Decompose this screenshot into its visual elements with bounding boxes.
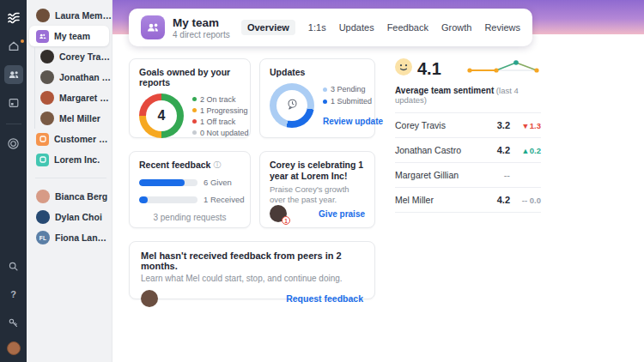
bar-fill [139, 179, 185, 186]
tab-overview[interactable]: Overview [241, 20, 295, 35]
legend-dot [192, 97, 197, 101]
tab-updates[interactable]: Updates [339, 22, 374, 33]
sidebar-item-person[interactable]: Bianca Berg [27, 186, 112, 207]
sidebar-item-label: Margaret Gillian [59, 93, 112, 103]
give-praise-link[interactable]: Give praise [319, 209, 365, 219]
sidebar-item-team[interactable]: Customer Experi... [27, 129, 112, 149]
rail-divider [6, 124, 21, 124]
sentiment-row[interactable]: Corey Travis 3.2 ▾ 1.3 [395, 113, 541, 138]
tab-bar: Overview 1:1s Updates Feedback Growth Re… [241, 20, 520, 35]
sidebar-item-team[interactable]: My team [29, 26, 109, 46]
sidebar-item-person[interactable]: FLFiona Landree [27, 227, 112, 248]
feedback-alert-card: Mel hasn't received feedback from peers … [129, 241, 375, 299]
goals-legend: 2 On track 1 Progressing 1 Off track 0 N… [192, 95, 249, 137]
legend-dot [323, 100, 327, 104]
sidebar: Laura MemphisMy teamCorey TravisJonathan… [27, 0, 112, 362]
sidebar-item-label: Jonathan Castro [59, 72, 112, 82]
tab-feedback[interactable]: Feedback [387, 22, 428, 33]
sidebar-item-person[interactable]: Jonathan Castro [35, 67, 112, 87]
legend-item: 0 Not updated [192, 129, 249, 137]
updates-donut-chart [270, 83, 314, 128]
praise-card-body: Praise Corey's growth over the past year… [270, 184, 365, 205]
goals-donut-chart: 4 [139, 94, 184, 138]
smiley-icon [395, 58, 412, 79]
page-subtitle: 4 direct reports [173, 30, 230, 39]
alert-card-title: Mel hasn't received feedback from peers … [141, 250, 363, 271]
tab-reviews[interactable]: Reviews [484, 22, 520, 33]
goals-card-title: Goals owned by your reports [139, 67, 240, 87]
sidebar-item-team[interactable]: Lorem Inc. [27, 149, 112, 170]
sidebar-item-label: Fiona Landree [55, 232, 112, 243]
sentiment-sparkline-chart [465, 58, 541, 79]
legend-item: 1 Progressing [192, 106, 249, 115]
dashboard-content: Goals owned by your reports 4 2 On track… [129, 58, 541, 299]
tab-growth[interactable]: Growth [441, 22, 471, 33]
avatar [40, 91, 54, 105]
team-icon [36, 133, 49, 146]
legend-dot [192, 119, 197, 124]
home-icon[interactable] [4, 37, 23, 56]
avatar [40, 112, 54, 125]
corey-avatar: 1 [270, 205, 287, 222]
help-icon[interactable]: ? [4, 285, 23, 304]
sidebar-item-label: Corey Travis [59, 51, 112, 62]
sidebar-item-label: Dylan Choi [55, 212, 102, 222]
avatar [40, 70, 54, 84]
legend-dot [192, 108, 197, 112]
sidebar-item-label: Mel Miller [59, 113, 100, 124]
sidebar-item-person[interactable]: Dylan Choi [27, 207, 112, 227]
search-icon[interactable] [4, 256, 23, 275]
update-bubble-clock-icon [285, 97, 300, 115]
sentiment-row[interactable]: Jonathan Castro 4.2 ▴ 0.2 [395, 138, 541, 163]
sidebar-item-person[interactable]: Margaret Gillian [35, 87, 112, 108]
sidebar-item-person[interactable]: Mel Miller [35, 108, 112, 129]
alert-card-body: Learn what Mel could start, stop, and co… [141, 274, 363, 283]
sentiment-row[interactable]: Margaret Gillian -- [395, 163, 541, 188]
avatar: FL [36, 231, 50, 244]
legend-item: 1 Off track [192, 118, 249, 126]
team-icon [36, 154, 49, 166]
sidebar-item-label: Laura Memphis [55, 10, 112, 21]
avatar [36, 9, 50, 22]
goals-nav-icon[interactable] [4, 134, 23, 153]
tab-1on1s[interactable]: 1:1s [308, 22, 326, 33]
mel-avatar [141, 290, 158, 307]
legend-item: 2 On track [192, 95, 249, 104]
app-window: ? Laura MemphisMy teamCorey TravisJonath… [0, 0, 644, 362]
sidebar-item-label: My team [54, 31, 90, 41]
praise-card: Corey is celebrating 1 year at Lorem Inc… [259, 151, 375, 228]
team-header-card: My team 4 direct reports Overview 1:1s U… [129, 9, 532, 46]
average-sentiment-score: 4.1 [417, 59, 441, 79]
feedback-bar-received: 1 Received [139, 195, 240, 204]
legend-dot [192, 130, 197, 135]
sidebar-item-person[interactable]: Corey Travis [35, 46, 112, 67]
team-header-text: My team 4 direct reports [173, 16, 230, 39]
sidebar-item-person[interactable]: Laura Memphis [27, 5, 112, 26]
avatar [36, 210, 50, 224]
goals-total: 4 [158, 108, 166, 124]
bar-fill [139, 196, 148, 203]
sentiment-row[interactable]: Mel Miller 4.2 -- 0.0 [395, 188, 541, 213]
team-nav-icon[interactable] [4, 65, 23, 84]
reviews-nav-icon[interactable] [4, 94, 23, 112]
praise-card-title: Corey is celebrating 1 year at Lorem Inc… [270, 160, 365, 182]
sentiment-table: Corey Travis 3.2 ▾ 1.3 Jonathan Castro 4… [395, 112, 541, 213]
review-update-link[interactable]: Review update [323, 117, 383, 126]
sidebar-list: Laura MemphisMy teamCorey TravisJonathan… [27, 5, 112, 248]
feedback-card-title: Recent feedback [139, 160, 210, 170]
team-people-icon [141, 15, 165, 39]
nav-rail: ? [0, 0, 27, 362]
request-feedback-link[interactable]: Request feedback [286, 293, 363, 304]
sentiment-panel: 4.1 Average team sentiment (last 4 updat… [395, 58, 541, 299]
sidebar-nested-group: Corey TravisJonathan CastroMargaret Gill… [34, 46, 112, 129]
avatar [36, 190, 50, 203]
sidebar-divider [35, 178, 106, 178]
user-avatar[interactable] [7, 341, 21, 355]
lattice-logo-icon [4, 9, 23, 27]
sentiment-label: Average team sentiment (last 4 updates) [395, 86, 541, 105]
feedback-bar-given: 6 Given [139, 178, 240, 187]
info-icon[interactable]: ⓘ [213, 161, 221, 169]
notification-dot [21, 39, 24, 43]
updates-legend: 3 Pending 1 Submitted Review update [323, 85, 383, 126]
admin-key-icon[interactable] [4, 313, 23, 332]
